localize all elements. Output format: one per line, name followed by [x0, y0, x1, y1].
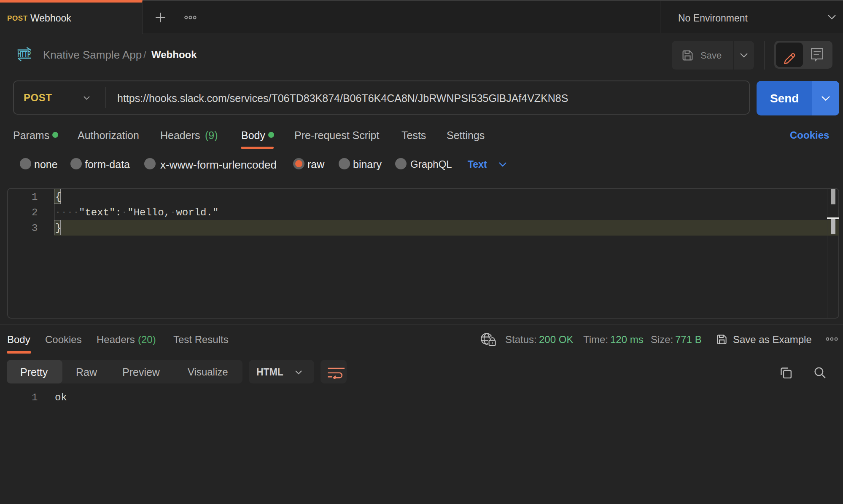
- svg-text:HTTP: HTTP: [18, 49, 31, 59]
